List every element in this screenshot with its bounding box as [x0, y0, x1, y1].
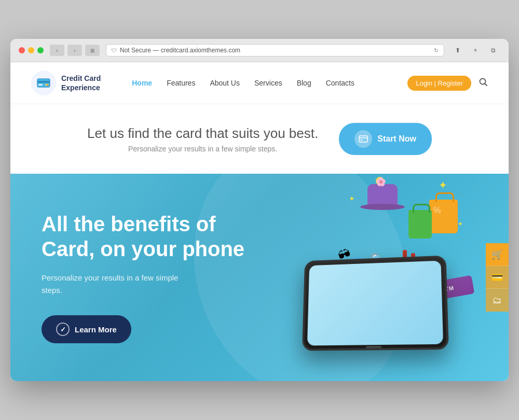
nav-services[interactable]: Services — [254, 79, 282, 87]
phone-body — [302, 256, 449, 351]
hero-illustration: ✦ ✦ ✦ 🌸 % — [260, 205, 488, 350]
svg-rect-9 — [360, 139, 363, 141]
nav-contacts[interactable]: Contacts — [326, 79, 354, 87]
sparkle-icon: ✦ — [439, 179, 447, 191]
shopping-bag-2 — [408, 210, 432, 239]
search-icon — [479, 77, 488, 87]
hat-brim — [360, 204, 405, 210]
address-bar[interactable]: 🛡 Not Secure — creditcard.axiomthemes.co… — [106, 44, 444, 57]
start-now-label: Start Now — [377, 134, 416, 144]
share-button[interactable]: ⬆ — [450, 45, 465, 56]
maximize-button[interactable] — [37, 47, 44, 53]
sidebar-tab-folder[interactable]: 🗂 — [486, 289, 509, 312]
logo-icon — [31, 71, 56, 95]
phone-wrapper: ✦ ✦ ✦ 🌸 % — [280, 205, 467, 350]
browser-chrome: ‹ › ⊞ 🛡 Not Secure — creditcard.axiomthe… — [10, 39, 509, 62]
svg-rect-1 — [37, 81, 50, 83]
svg-line-6 — [485, 84, 487, 86]
phone-screen — [307, 261, 443, 346]
hero-main-section: All the benefits of Card, on your phone … — [10, 174, 509, 381]
hat-flower: 🌸 — [376, 177, 384, 185]
nav-right: Login | Register — [407, 76, 488, 91]
traffic-lights — [19, 47, 44, 53]
login-register-button[interactable]: Login | Register — [407, 76, 471, 91]
phone-home-button — [366, 346, 381, 349]
shopping-bag-1: % — [429, 200, 458, 233]
learn-more-button[interactable]: ✓ Learn More — [42, 315, 131, 343]
start-now-button[interactable]: Start Now — [339, 123, 432, 155]
hero-main-content: All the benefits of Card, on your phone … — [42, 212, 260, 343]
forward-button[interactable]: › — [67, 45, 82, 56]
hero-main-title: All the benefits of Card, on your phone — [42, 212, 260, 261]
browser-controls: ‹ › ⊞ — [50, 45, 100, 56]
logo[interactable]: Credit CardExperience — [31, 71, 101, 95]
lock-icon: 🛡 — [112, 48, 117, 53]
navigation: Credit CardExperience Home Features Abou… — [10, 62, 509, 104]
card-icon-svg — [359, 135, 368, 143]
url-text: Not Secure — creditcard.axiomthemes.com — [120, 47, 240, 54]
learn-more-label: Learn More — [75, 325, 117, 334]
browser-window: ‹ › ⊞ 🛡 Not Secure — creditcard.axiomthe… — [10, 39, 509, 381]
hero-main-subtitle: Personalize your results in a few simple… — [42, 272, 187, 297]
nav-blog[interactable]: Blog — [297, 79, 311, 87]
svg-rect-2 — [38, 84, 43, 86]
hero-top-subtitle: Personalize your results in a few simple… — [87, 145, 318, 153]
hero-top-title: Let us find the card that suits you best… — [87, 125, 318, 142]
card-icon — [354, 130, 372, 148]
nav-home[interactable]: Home — [132, 79, 152, 87]
website: Credit CardExperience Home Features Abou… — [10, 62, 509, 381]
minimize-button[interactable] — [28, 47, 34, 53]
hat-top — [367, 184, 398, 205]
reload-icon[interactable]: ↻ — [434, 47, 439, 54]
sidebar-tab-card[interactable]: 💳 — [486, 266, 509, 289]
sidebar-tab-cart[interactable]: 🛒 — [486, 243, 509, 266]
new-tab-button[interactable]: + — [468, 45, 483, 56]
sparkle-icon-3: ✦ — [458, 220, 463, 228]
back-button[interactable]: ‹ — [50, 45, 64, 56]
hero-top-section: Let us find the card that suits you best… — [10, 104, 509, 174]
nav-about[interactable]: About Us — [210, 79, 240, 87]
svg-rect-7 — [359, 136, 367, 142]
sparkle-icon-2: ✦ — [349, 194, 355, 203]
close-button[interactable] — [19, 47, 25, 53]
nav-links: Home Features About Us Services Blog Con… — [132, 79, 407, 87]
nav-features[interactable]: Features — [167, 79, 195, 87]
browser-titlebar: ‹ › ⊞ 🛡 Not Secure — creditcard.axiomthe… — [19, 44, 500, 62]
window-button[interactable]: ⊞ — [85, 45, 100, 56]
check-icon: ✓ — [56, 323, 70, 336]
svg-point-4 — [45, 84, 47, 86]
svg-point-5 — [480, 79, 486, 85]
logo-text: Credit CardExperience — [61, 74, 101, 92]
hero-top-text: Let us find the card that suits you best… — [87, 125, 318, 153]
browser-actions: ⬆ + ⧉ — [450, 45, 500, 56]
logo-svg — [36, 76, 51, 90]
search-button[interactable] — [479, 77, 488, 89]
floating-sidebar: 🛒 💳 🗂 — [486, 243, 509, 312]
hat-item: 🌸 — [364, 184, 401, 210]
tabs-button[interactable]: ⧉ — [486, 45, 500, 56]
